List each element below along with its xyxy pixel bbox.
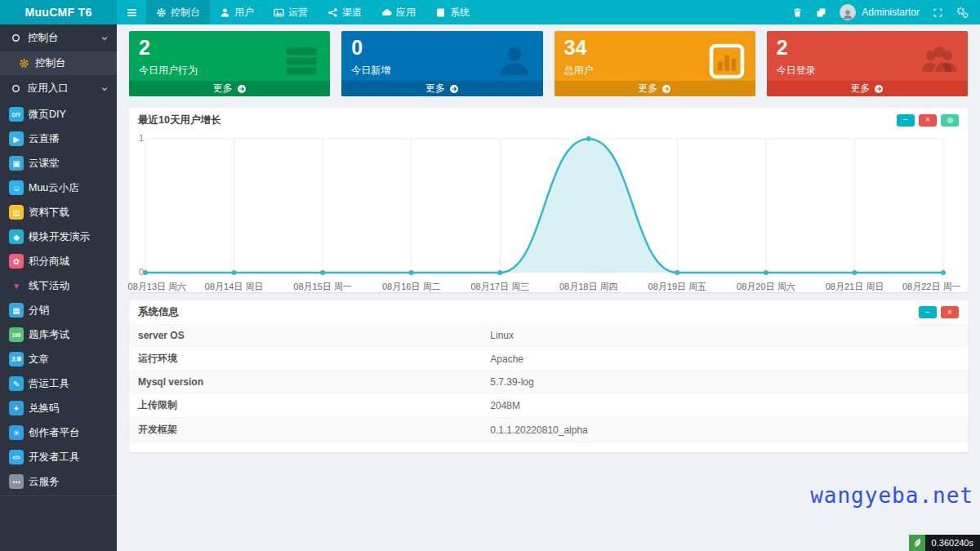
shop-icon: ☺: [9, 180, 24, 195]
sidebar-app-营运工具[interactable]: ✎营运工具: [0, 371, 117, 396]
sidebar-app-积分商城[interactable]: ✿积分商城: [0, 249, 117, 273]
sidebar-app-分销[interactable]: ▦分销: [0, 298, 117, 322]
nav-item-apps[interactable]: 应用: [372, 0, 425, 24]
stat-more-link[interactable]: 更多: [767, 81, 968, 96]
sidebar-toggle-button[interactable]: [117, 0, 146, 24]
user-menu[interactable]: Administartor: [840, 4, 920, 20]
growth-chart-svg: [137, 132, 960, 279]
info-value: Apache: [481, 347, 968, 371]
stat-card-今日登录: 2今日登录更多: [767, 31, 968, 96]
chart-collapse-button[interactable]: −: [897, 114, 915, 127]
y-axis-label: 0: [132, 267, 144, 277]
chart-close-button[interactable]: ×: [919, 114, 937, 127]
growth-chart: 0108月13日 周六08月14日 周日08月15日 周一08月16日 周二08…: [137, 132, 960, 292]
info-value: 5.7.39-log: [481, 371, 968, 393]
content-area: 2今日用户行为更多0今日新增更多34总用户更多2今日登录更多 最近10天用户增长…: [117, 24, 980, 551]
sidebar-app-label: 题库考试: [29, 328, 69, 342]
clear-cache-button[interactable]: [792, 7, 803, 18]
creator-platform-icon: ☀: [9, 425, 24, 440]
sidebar-app-label: 云服务: [29, 475, 60, 489]
sidebar-app-微页DIY[interactable]: DIY微页DIY: [0, 102, 117, 127]
system-close-button[interactable]: ×: [941, 306, 959, 318]
chart-panel-tools: −×: [897, 114, 959, 127]
nav-item-label: 渠道: [342, 6, 362, 20]
share-icon: [327, 7, 338, 18]
nav-item-users[interactable]: 用户: [210, 0, 264, 24]
sidebar-app-文章[interactable]: 文章文章: [0, 347, 117, 371]
more-label: 更多: [638, 82, 657, 96]
circle-o-icon: [11, 83, 21, 94]
x-axis-label: 08月19日 周五: [648, 281, 707, 293]
username: Administartor: [862, 7, 920, 18]
sidebar-app-云课堂[interactable]: ▣云课堂: [0, 151, 117, 176]
gear-icon: [156, 7, 167, 18]
x-axis-label: 08月18日 周四: [559, 281, 618, 293]
sidebar-app-label: Muu云小店: [29, 181, 79, 195]
sidebar-section-app-entry[interactable]: 应用入口: [0, 75, 117, 102]
arrowc-icon: [874, 84, 884, 94]
sidebar-app-云直播[interactable]: ▶云直播: [0, 127, 117, 151]
data-point: [409, 270, 414, 275]
stat-more-link[interactable]: 更多: [341, 81, 542, 96]
sidebar-app-题库考试[interactable]: 100题库考试: [0, 322, 117, 347]
nav-item-label: 运营: [288, 6, 308, 20]
trash-icon: [792, 7, 803, 18]
y-axis-label: 1: [132, 133, 144, 143]
nav-item-ops[interactable]: 运营: [264, 0, 318, 24]
sidebar-app-label: 分销: [29, 304, 49, 318]
nav-item-channel[interactable]: 渠道: [318, 0, 372, 24]
chart-settings-button[interactable]: [941, 114, 959, 127]
sidebar-app-兑换码[interactable]: ✦兑换码: [0, 396, 117, 420]
points-mall-icon: ✿: [9, 254, 24, 269]
book-icon: [435, 7, 446, 18]
settings-button[interactable]: [956, 7, 969, 19]
live-icon: ▶: [9, 131, 24, 146]
avatar-person-icon: [842, 9, 853, 20]
sidebar-app-模块开发演示[interactable]: ◆模块开发演示: [0, 224, 117, 249]
watermark: wangyeba.net: [810, 483, 973, 508]
nav-item-system[interactable]: 系统: [425, 0, 479, 24]
system-collapse-button[interactable]: −: [919, 306, 937, 318]
data-point: [764, 270, 768, 275]
sidebar-item-console[interactable]: 控制台: [0, 51, 117, 75]
brand-logo[interactable]: MuuCMF T6: [0, 0, 117, 24]
users-icon: [920, 42, 958, 80]
data-point: [941, 270, 946, 275]
system-info-row: 上传限制2048M: [129, 393, 968, 418]
stat-more-link[interactable]: 更多: [129, 81, 330, 96]
nav-item-label: 系统: [450, 6, 470, 20]
clone-button[interactable]: [816, 7, 826, 18]
sidebar-app-创作者平台[interactable]: ☀创作者平台: [0, 420, 117, 445]
sidebar-app-label: 模块开发演示: [29, 230, 90, 244]
stat-card-总用户: 34总用户更多: [555, 31, 755, 96]
article-icon: 文章: [9, 352, 24, 367]
nav-item-label: 应用: [396, 6, 416, 20]
nav-item-console[interactable]: 控制台: [146, 0, 210, 24]
developer-tools-icon: </>: [9, 450, 24, 464]
sidebar-app-线下活动[interactable]: ▼线下活动: [0, 273, 117, 298]
sidebar-app-label: 线下活动: [29, 279, 69, 293]
stat-cards-row: 2今日用户行为更多0今日新增更多34总用户更多2今日登录更多: [129, 31, 968, 96]
sidebar: 控制台 控制台 应用入口 DIY微页DIY▶云直播▣云课堂☺Muu云小店▤资料下…: [0, 24, 117, 551]
exam-icon: 100: [9, 327, 24, 342]
fullscreen-button[interactable]: [933, 7, 943, 18]
x-axis-label: 08月21日 周日: [826, 281, 884, 293]
growth-chart-panel: 最近10天用户增长 −× 0108月13日 周六08月14日 周日08月15日 …: [129, 108, 968, 292]
arrowc-icon: [237, 84, 247, 94]
sidebar-app-开发者工具[interactable]: </>开发者工具: [0, 445, 117, 469]
clone-icon: [816, 7, 826, 18]
image-icon: [274, 7, 284, 18]
stat-more-link[interactable]: 更多: [555, 81, 755, 96]
sidebar-app-云服务[interactable]: ⋯云服务: [0, 469, 117, 494]
sidebar-section-label: 控制台: [28, 31, 59, 45]
top-menu: 控制台用户运营渠道应用系统: [146, 0, 479, 24]
gear-icon: [947, 117, 954, 124]
sidebar-app-Muu云小店[interactable]: ☺Muu云小店: [0, 176, 117, 200]
sidebar-app-资料下载[interactable]: ▤资料下载: [0, 200, 117, 224]
sidebar-app-label: 积分商城: [29, 255, 69, 269]
sidebar-section-console[interactable]: 控制台: [0, 24, 117, 51]
stat-card-今日新增: 0今日新增更多: [341, 31, 542, 96]
system-panel-tools: −×: [919, 306, 959, 318]
sidebar-divider: [0, 495, 117, 496]
distribution-icon: ▦: [9, 303, 24, 318]
